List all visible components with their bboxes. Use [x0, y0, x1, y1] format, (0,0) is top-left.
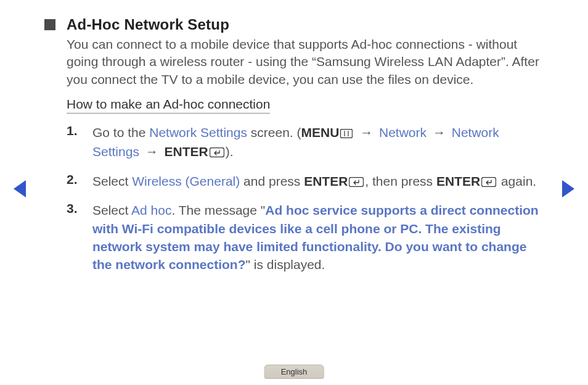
language-tab[interactable]: English	[264, 365, 324, 379]
step-3: 3. Select Ad hoc. The message "Ad hoc se…	[67, 201, 544, 274]
enter-icon	[481, 173, 496, 191]
steps-list: 1. Go to the Network Settings screen. (M…	[67, 123, 544, 274]
text: Select	[92, 174, 132, 188]
step-2: 2. Select Wireless (General) and press E…	[67, 172, 544, 191]
text: and press	[240, 174, 304, 188]
text: screen. (	[247, 125, 301, 139]
network-settings-link: Network Settings	[149, 125, 247, 139]
svg-rect-0	[341, 130, 353, 138]
text: Go to the	[92, 125, 149, 139]
ad-hoc-link: Ad hoc	[131, 203, 171, 217]
arrow-icon: →	[429, 125, 449, 139]
text: Select	[92, 203, 131, 217]
arrow-icon: →	[142, 144, 162, 159]
step-number: 3.	[67, 201, 92, 216]
network-link: Network	[379, 125, 427, 139]
step-1: 1. Go to the Network Settings screen. (M…	[67, 123, 544, 162]
svg-rect-4	[349, 177, 364, 186]
section-bullet-icon	[44, 19, 55, 30]
prev-page-button[interactable]	[14, 180, 26, 197]
enter-icon	[349, 173, 364, 191]
text: " is displayed.	[246, 257, 325, 271]
menu-icon	[340, 125, 353, 143]
svg-rect-3	[210, 148, 224, 157]
arrow-icon: →	[356, 125, 377, 139]
sub-heading: How to make an Ad-hoc connection	[67, 97, 270, 114]
text: again.	[497, 174, 536, 188]
wireless-general-link: Wireless (General)	[132, 174, 240, 188]
step-body: Go to the Network Settings screen. (MENU…	[92, 123, 544, 162]
text: , then press	[365, 174, 436, 188]
step-body: Select Wireless (General) and press ENTE…	[92, 172, 544, 191]
step-number: 1.	[67, 123, 92, 138]
page-title: Ad-Hoc Network Setup	[67, 16, 229, 33]
text: . The message "	[171, 203, 265, 217]
intro-text: You can connect to a mobile device that …	[67, 36, 544, 88]
step-number: 2.	[67, 172, 92, 187]
enter-label: ENTER	[436, 174, 480, 188]
menu-label: MENU	[301, 125, 340, 139]
enter-label: ENTER	[304, 174, 348, 188]
step-body: Select Ad hoc. The message "Ad hoc servi…	[92, 201, 544, 274]
next-page-button[interactable]	[562, 180, 574, 197]
enter-icon	[210, 144, 224, 162]
enter-label: ENTER	[165, 144, 208, 159]
text: ).	[226, 144, 234, 159]
svg-rect-5	[482, 177, 496, 186]
